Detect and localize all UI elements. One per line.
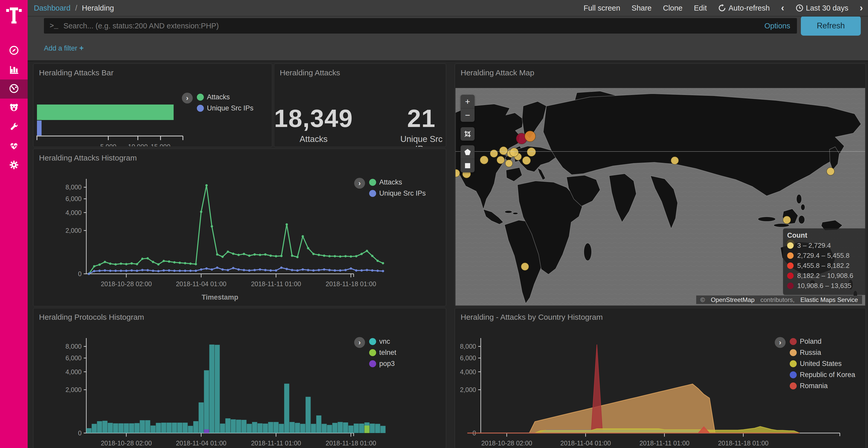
bear-icon	[9, 102, 19, 114]
ems-link[interactable]: Elastic Maps Service	[798, 296, 860, 304]
legend-item[interactable]: Unique Src IPs	[369, 189, 426, 198]
legend-color-dot	[790, 338, 797, 345]
legend-item[interactable]: United States	[790, 360, 855, 368]
search-input[interactable]	[63, 22, 765, 30]
legend-label: vnc	[379, 338, 390, 346]
osm-link[interactable]: OpenStreetMap	[709, 296, 756, 304]
legend-item[interactable]: Unique Src IPs	[197, 104, 253, 112]
map-draw-controls	[461, 145, 474, 172]
sidebar-item-dev-tools[interactable]	[0, 118, 28, 137]
attacks-line-chart[interactable]: 02,0004,0006,0008,0002018-10-28 02:00201…	[33, 149, 445, 306]
sidebar-item-discover[interactable]	[0, 41, 28, 60]
map-attack-dot[interactable]	[783, 216, 791, 224]
legend-toggle-icon[interactable]: ›	[354, 178, 365, 188]
panel-title: Heralding Attacks	[274, 64, 446, 77]
legend-color-dot	[790, 360, 797, 367]
clock-icon	[796, 4, 803, 12]
sidebar-item-management[interactable]	[0, 156, 28, 175]
metric-value: 18,349	[274, 104, 353, 133]
add-filter-link[interactable]: Add a filter+	[44, 44, 84, 53]
legend-item[interactable]: Russia	[790, 349, 855, 357]
map-attack-dot[interactable]	[490, 150, 498, 158]
map-attribution: © OpenStreetMap contributors, Elastic Ma…	[696, 296, 862, 304]
map-zoom-out-button[interactable]: −	[461, 108, 474, 122]
svg-text:2018-10-28 02:00: 2018-10-28 02:00	[481, 440, 532, 447]
panel-country-histogram: Heralding - Attacks by Country Histogram…	[455, 308, 866, 448]
legend-label: Attacks	[207, 93, 230, 101]
legend-color-dot	[197, 105, 204, 112]
legend-toggle-icon[interactable]: ›	[775, 337, 785, 348]
legend-label: pop3	[379, 360, 395, 368]
refresh-cycle-icon	[718, 4, 726, 12]
map-legend-dot	[787, 263, 794, 269]
map-attack-dot[interactable]	[497, 156, 504, 164]
map-attack-dot[interactable]	[671, 157, 679, 164]
legend-item[interactable]: Romania	[790, 382, 855, 390]
map-attack-dot[interactable]	[510, 148, 519, 157]
time-back-button[interactable]: ‹	[781, 3, 784, 13]
sidebar-item-visualize[interactable]	[0, 60, 28, 79]
gauge-icon	[9, 83, 19, 95]
svg-text:2018-10-28 02:00: 2018-10-28 02:00	[101, 280, 152, 287]
legend-label: Russia	[800, 349, 821, 357]
wrench-icon	[9, 122, 19, 133]
svg-text:2,000: 2,000	[460, 386, 476, 393]
map-legend-item: 3 – 2,729.4	[787, 242, 863, 249]
legend-toggle-icon[interactable]: ›	[182, 93, 193, 103]
map-attack-dot[interactable]	[527, 148, 536, 157]
protocols-bar-chart[interactable]: 02,0004,0006,0008,0002018-10-28 02:00201…	[33, 308, 445, 448]
sidebar-item-dashboard[interactable]	[0, 79, 28, 99]
map-attack-dot[interactable]	[499, 146, 507, 155]
top-nav-bar: Dashboard / Heralding Full screen Share …	[28, 0, 868, 16]
full-screen-button[interactable]: Full screen	[584, 4, 620, 12]
metric-label: Unique Src IPs	[397, 134, 446, 147]
legend-item[interactable]: pop3	[369, 360, 396, 368]
map-attack-dot[interactable]	[827, 168, 834, 175]
legend-item[interactable]: Republic of Korea	[790, 371, 855, 379]
map-attack-dot[interactable]	[525, 131, 535, 142]
map-legend-title: Count	[787, 232, 863, 240]
legend-item[interactable]: Attacks	[197, 93, 253, 101]
map-attack-dot[interactable]	[522, 157, 531, 165]
legend-color-dot	[790, 349, 797, 356]
chart-legend: › vnctelnetpop3	[354, 337, 396, 368]
map-zoom-in-button[interactable]: +	[461, 95, 474, 108]
map-attack-dot[interactable]	[480, 156, 488, 164]
options-link[interactable]: Options	[765, 22, 790, 30]
map-legend-dot	[787, 242, 794, 249]
svg-text:15,000: 15,000	[151, 143, 170, 146]
edit-button[interactable]: Edit	[694, 4, 707, 12]
time-forward-button[interactable]: ›	[860, 3, 863, 13]
svg-text:10,000: 10,000	[128, 143, 148, 146]
sidebar-item-monitoring[interactable]	[0, 137, 28, 156]
legend-item[interactable]: telnet	[369, 349, 396, 357]
svg-text:2,000: 2,000	[65, 227, 82, 234]
sidebar-item-bear[interactable]	[0, 99, 28, 118]
map-count-legend: Count 3 – 2,729.42,729.4 – 5,455.85,455.…	[783, 229, 865, 295]
map-attack-dot[interactable]	[521, 263, 529, 271]
clone-button[interactable]: Clone	[663, 4, 683, 12]
legend-color-dot	[790, 371, 797, 378]
query-prompt-icon: >_	[50, 22, 58, 30]
sidebar-nav	[0, 41, 28, 175]
refresh-button[interactable]: Refresh	[801, 16, 861, 36]
share-button[interactable]: Share	[632, 4, 652, 12]
legend-item[interactable]: Attacks	[369, 178, 426, 186]
auto-refresh-button[interactable]: Auto-refresh	[718, 4, 770, 12]
map-crop-button[interactable]	[461, 127, 474, 141]
map-attack-dot[interactable]	[505, 160, 513, 167]
svg-text:2018-11-18 01:00: 2018-11-18 01:00	[326, 440, 376, 447]
map-legend-item: 5,455.8 – 8,182.2	[787, 262, 863, 270]
map-polygon-tool-button[interactable]	[461, 145, 474, 159]
legend-toggle-icon[interactable]: ›	[354, 337, 365, 348]
breadcrumb-dashboard-link[interactable]: Dashboard	[34, 4, 70, 12]
time-range-picker[interactable]: Last 30 days	[796, 4, 848, 12]
gear-icon	[9, 160, 19, 171]
world-map[interactable]: + − Count 3 – 2,729.42,729.4 – 5,455.85,…	[456, 88, 865, 306]
map-rectangle-tool-button[interactable]	[461, 159, 474, 172]
legend-color-dot	[369, 338, 376, 345]
legend-item[interactable]: vnc	[369, 338, 396, 346]
panel-attacks-bar: Heralding Attacks Bar 5,00010,00015,000 …	[33, 64, 272, 147]
legend-item[interactable]: Poland	[790, 338, 855, 346]
breadcrumb: Dashboard / Heralding	[34, 4, 114, 12]
